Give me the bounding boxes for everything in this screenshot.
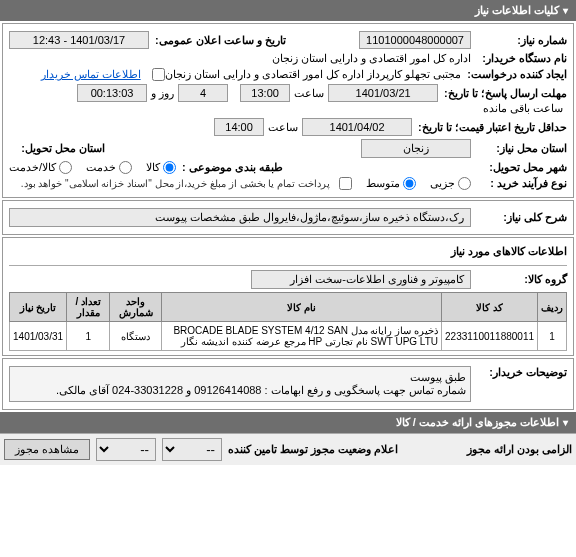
section-header-need-info: ▾ کلیات اطلاعات نیاز [0, 0, 576, 21]
validity-label: حداقل تاریخ اعتبار قیمت؛ تا تاریخ: [418, 121, 567, 134]
days-label: روز و [151, 87, 174, 100]
class-service[interactable]: خدمت [86, 161, 132, 174]
need-loc-value: زنجان [361, 139, 471, 158]
status-select-2[interactable]: -- [96, 438, 156, 461]
col-code: کد کالا [442, 293, 538, 322]
items-table: ردیف کد کالا نام کالا واحد شمارش تعداد /… [9, 292, 567, 351]
class-radio-group: کالا خدمت کالا/خدمت [9, 161, 176, 174]
col-qty: تعداد / مقدار [67, 293, 110, 322]
items-title: اطلاعات کالاهای مورد نیاز [9, 242, 567, 261]
proc-low[interactable]: جزیی [430, 177, 471, 190]
time-label-2: ساعت [268, 121, 298, 134]
time-label-1: ساعت [294, 87, 324, 100]
cell-code: 2233110011880011 [442, 322, 538, 351]
proc-mid[interactable]: متوسط [366, 177, 416, 190]
requester-label: ایجاد کننده درخواست: [467, 68, 567, 81]
proc-label: نوع فرآیند خرید : [477, 177, 567, 190]
need-info-box: شماره نیاز: 1101000048000007 تاریخ و ساع… [2, 23, 574, 198]
cell-date: 1401/03/31 [10, 322, 67, 351]
buyer-contact-link[interactable]: اطلاعات تماس خریدار [41, 68, 141, 81]
validity-time: 14:00 [214, 118, 264, 136]
desc-label: شرح کلی نیاز: [477, 211, 567, 224]
announce-label: تاریخ و ساعت اعلان عمومی: [155, 34, 286, 47]
validity-date: 1401/04/02 [302, 118, 412, 136]
status-label: اعلام وضعیت مجوز توسط تامین کننده [228, 443, 398, 456]
requester-value: مجتبی تجهلو کارپرداز اداره کل امور اقتصا… [165, 68, 462, 81]
deliver-prov-label: استان محل تحویل: [15, 142, 105, 155]
cell-n: 1 [538, 322, 567, 351]
view-permit-button[interactable]: مشاهده مجوز [4, 439, 90, 460]
footer-bar: الزامی بودن ارائه مجوز اعلام وضعیت مجوز … [0, 433, 576, 465]
deadline-date: 1401/03/21 [328, 84, 438, 102]
deadline-time: 13:00 [240, 84, 290, 102]
cell-qty: 1 [67, 322, 110, 351]
desc-text: رک،دستگاه ذخیره ساز،سوئیچ،ماژول،فایروال … [9, 208, 471, 227]
buyer-note-box: توضیحات خریدار: طبق پیوست شماره تماس جهت… [2, 358, 574, 410]
items-box: اطلاعات کالاهای مورد نیاز گروه کالا: کام… [2, 237, 574, 356]
remain-label: ساعت باقی مانده [483, 102, 563, 115]
days-left: 4 [178, 84, 228, 102]
contact-checkbox[interactable] [152, 68, 165, 81]
cell-unit: دستگاه [110, 322, 161, 351]
pay-note: پرداخت تمام یا بخشی از مبلغ خرید،از محل … [21, 178, 330, 189]
need-no-value: 1101000048000007 [359, 31, 471, 49]
proc-radio-group: جزیی متوسط [366, 177, 471, 190]
group-label: گروه کالا: [477, 273, 567, 286]
header-title: کلیات اطلاعات نیاز [475, 4, 559, 17]
buyer-note-line2: شماره تماس جهت پاسخگویی و رفع ابهامات : … [14, 384, 466, 397]
table-row: 1 2233110011880011 ذخیره ساز رایانه مدل … [10, 322, 567, 351]
header2-title: اطلاعات مجوزهای ارائه خدمت / کالا [396, 416, 559, 429]
group-value: کامپیوتر و فناوری اطلاعات-سخت افزار [251, 270, 471, 289]
class-goods[interactable]: کالا [146, 161, 176, 174]
section-header-permits: ▾ اطلاعات مجوزهای ارائه خدمت / کالا [0, 412, 576, 433]
desc-box: شرح کلی نیاز: رک،دستگاه ذخیره ساز،سوئیچ،… [2, 200, 574, 235]
chevron-down-icon: ▾ [563, 5, 568, 16]
deliver-city-label: شهر محل تحویل: [477, 161, 567, 174]
buyer-note-line1: طبق پیوست [14, 371, 466, 384]
buyer-org-label: نام دستگاه خریدار: [477, 52, 567, 65]
col-row: ردیف [538, 293, 567, 322]
status-select-1[interactable]: -- [162, 438, 222, 461]
chevron-down-icon: ▾ [563, 417, 568, 428]
buyer-note-content: طبق پیوست شماره تماس جهت پاسخگویی و رفع … [9, 366, 471, 402]
buyer-note-label: توضیحات خریدار: [477, 366, 567, 379]
need-loc-label: استان محل نیاز: [477, 142, 567, 155]
col-name: نام کالا [161, 293, 441, 322]
buyer-org-value: اداره کل امور اقتصادی و دارایی استان زنج… [272, 52, 471, 65]
mandatory-label: الزامی بودن ارائه مجوز [467, 443, 572, 456]
hms-left: 00:13:03 [77, 84, 147, 102]
need-no-label: شماره نیاز: [477, 34, 567, 47]
announce-value: 1401/03/17 - 12:43 [9, 31, 149, 49]
class-both[interactable]: کالا/خدمت [9, 161, 72, 174]
deadline-label: مهلت ارسال پاسخ؛ تا تاریخ: [444, 87, 567, 100]
pay-note-checkbox[interactable] [339, 177, 352, 190]
class-label: طبقه بندی موضوعی : [182, 161, 283, 174]
col-date: تاریخ نیاز [10, 293, 67, 322]
cell-name: ذخیره ساز رایانه مدل BROCADE BLADE SYSTE… [161, 322, 441, 351]
col-unit: واحد شمارش [110, 293, 161, 322]
